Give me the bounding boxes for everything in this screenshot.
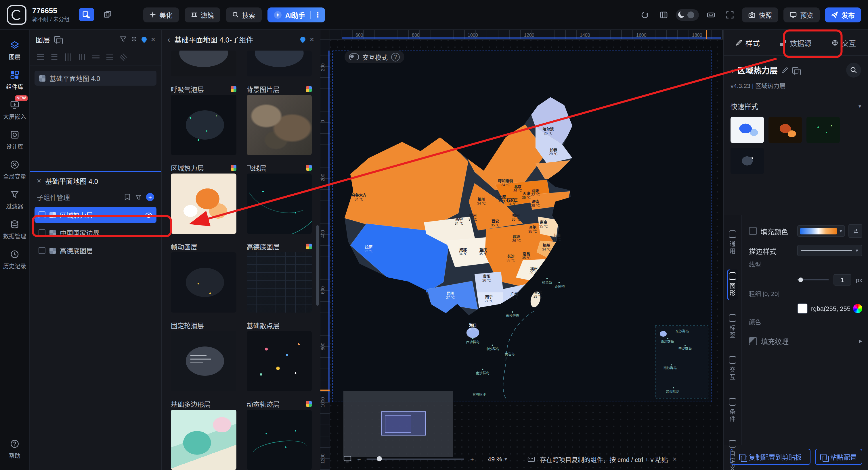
tab-datasource[interactable]: 数据源	[772, 30, 820, 55]
zoom-slider-handle[interactable]	[377, 456, 382, 461]
settings-vtab[interactable]: 交互	[727, 354, 738, 384]
rename-pen-icon[interactable]	[782, 67, 788, 73]
theme-toggle[interactable]	[676, 9, 699, 21]
stroke-color-swatch[interactable]	[797, 303, 808, 314]
layer-tool-icon[interactable]	[92, 55, 99, 59]
collapse-group-icon[interactable]: ×	[37, 177, 41, 184]
back-chevron-icon[interactable]: ‹	[167, 35, 170, 43]
search-button[interactable]: 搜索	[226, 7, 262, 22]
interact-mode-toggle[interactable]: 交互模式 ?	[345, 51, 404, 63]
layer-row[interactable]: 高德底图层	[34, 242, 156, 259]
layer-tool-icon[interactable]	[65, 53, 71, 61]
layer-tree-root[interactable]: 基础平面地图 4.0	[34, 71, 156, 86]
color-wheel-icon[interactable]	[853, 304, 862, 313]
visibility-eye-icon[interactable]	[145, 212, 152, 217]
component-thumb[interactable]	[171, 51, 236, 76]
component-card[interactable]: 高德底图层	[246, 241, 312, 312]
rail-item-design-lib[interactable]: 设计库	[0, 125, 29, 155]
app-logo[interactable]	[7, 5, 27, 25]
copy-doc-icon[interactable]	[54, 36, 60, 42]
quick-style-thumb[interactable]	[731, 116, 764, 143]
component-thumb[interactable]	[171, 410, 236, 470]
screen-capture-button[interactable]	[723, 8, 737, 22]
rail-item-components[interactable]: 组件库	[0, 66, 29, 95]
expand-chevron-icon[interactable]: ▸	[859, 337, 862, 345]
add-subcomponent-button[interactable]: +	[146, 193, 154, 201]
zoom-out-button[interactable]: −	[357, 456, 361, 463]
layer-tool-icon[interactable]	[106, 54, 113, 60]
component-card[interactable]: 背景图片层	[246, 83, 312, 155]
quick-style-thumb[interactable]	[806, 116, 840, 143]
paste-config-button[interactable]: 粘贴配置	[815, 449, 862, 465]
component-card[interactable]: 区域热力层	[171, 162, 236, 234]
layer-checkbox[interactable]	[38, 247, 45, 254]
component-card[interactable]: 固定轮播层	[171, 320, 236, 391]
tab-style[interactable]: 样式	[724, 30, 772, 55]
component-thumb[interactable]	[171, 252, 236, 312]
quick-style-row[interactable]: 快速样式 ▾	[724, 95, 868, 114]
preview-button[interactable]: 预览	[783, 7, 820, 22]
component-thumb[interactable]	[171, 173, 236, 234]
component-card[interactable]: 帧动画层	[171, 241, 236, 312]
layer-tool-icon[interactable]	[37, 54, 44, 60]
line-width-slider[interactable]	[797, 279, 829, 280]
rail-item-help[interactable]: 帮助	[0, 434, 29, 464]
filter-small-icon[interactable]	[135, 194, 142, 200]
copy-config-button[interactable]: 复制配置到剪贴板	[731, 449, 810, 465]
snapshot-button[interactable]: 快照	[742, 7, 778, 22]
rail-item-data[interactable]: 数据管理	[0, 215, 29, 245]
select-tool-button[interactable]	[79, 8, 94, 21]
pan-tool-button[interactable]	[100, 8, 116, 21]
layer-tool-icon[interactable]	[52, 54, 58, 60]
layout-panels-button[interactable]	[657, 8, 671, 22]
settings-vtab[interactable]: 通用	[727, 228, 738, 258]
component-card[interactable]: 基础多边形层	[171, 398, 236, 470]
beautify-button[interactable]: 美化	[143, 7, 179, 22]
minimap-viewport[interactable]	[381, 411, 426, 436]
search-settings-button[interactable]	[846, 63, 861, 77]
canvas-area[interactable]: 600800100012001400160018002000 200020040…	[320, 30, 723, 470]
close-layers-icon[interactable]: ×	[151, 35, 155, 43]
gradient-reverse-button[interactable]	[848, 224, 862, 238]
component-thumb[interactable]	[246, 252, 312, 312]
rail-item-history[interactable]: 历史记录	[0, 245, 29, 275]
stroke-style-select[interactable]: ▾	[797, 245, 862, 256]
zoom-dropdown-caret[interactable]: ▾	[504, 456, 507, 462]
zoom-value[interactable]: 49 %	[488, 456, 502, 463]
zoom-slider[interactable]	[367, 459, 464, 460]
component-thumb[interactable]	[171, 331, 236, 391]
layer-checkbox[interactable]	[38, 211, 45, 219]
component-thumb[interactable]	[246, 410, 312, 470]
line-width-input[interactable]: 1	[834, 274, 851, 286]
rail-item-global-vars[interactable]: 全局变量	[0, 155, 29, 185]
component-thumb[interactable]	[246, 331, 312, 391]
component-card[interactable]: 基础散点层	[246, 320, 312, 391]
layer-filter-icon[interactable]	[120, 36, 127, 42]
copy-name-icon[interactable]	[792, 67, 798, 73]
fill-gradient-select[interactable]: ▾	[797, 225, 845, 237]
component-card[interactable]: 呼吸气泡层	[171, 83, 236, 155]
sync-button[interactable]	[638, 8, 652, 22]
rail-item-layers[interactable]: 图层	[0, 36, 29, 66]
layer-row[interactable]: 区域热力层	[34, 207, 156, 223]
locate-icon[interactable]	[131, 36, 138, 42]
component-thumb[interactable]	[246, 51, 312, 76]
component-thumb[interactable]	[246, 173, 312, 234]
quick-style-caret[interactable]: ▾	[859, 103, 861, 109]
component-thumb[interactable]	[246, 95, 312, 155]
fill-texture-row[interactable]: 填充纹理 ▸	[749, 336, 862, 346]
zoom-in-button[interactable]: +	[470, 456, 474, 463]
tab-interaction[interactable]: 交互	[820, 30, 868, 55]
ai-more-icon[interactable]: ⋮	[314, 11, 321, 19]
rail-item-embed[interactable]: NEW 大屏嵌入	[0, 95, 29, 125]
layer-row[interactable]: 中国国家边界	[34, 225, 156, 241]
map-component-selected[interactable]: 乌鲁木齐34 ℃ 哈尔滨26 ℃ 长春29 ℃ 沈阳32 ℃ 呼和浩特34 ℃ …	[333, 51, 712, 402]
component-card[interactable]: 动态轨迹层	[246, 398, 312, 470]
subcomponent-group-header[interactable]: × 基础平面地图 4.0	[30, 172, 161, 189]
pin-icon[interactable]	[300, 35, 307, 42]
layer-checkbox[interactable]	[38, 229, 45, 236]
component-thumb[interactable]	[171, 95, 236, 155]
line-width-handle[interactable]	[798, 277, 803, 282]
canvas-minimap[interactable]	[343, 391, 453, 457]
help-question-icon[interactable]: ?	[391, 53, 400, 61]
